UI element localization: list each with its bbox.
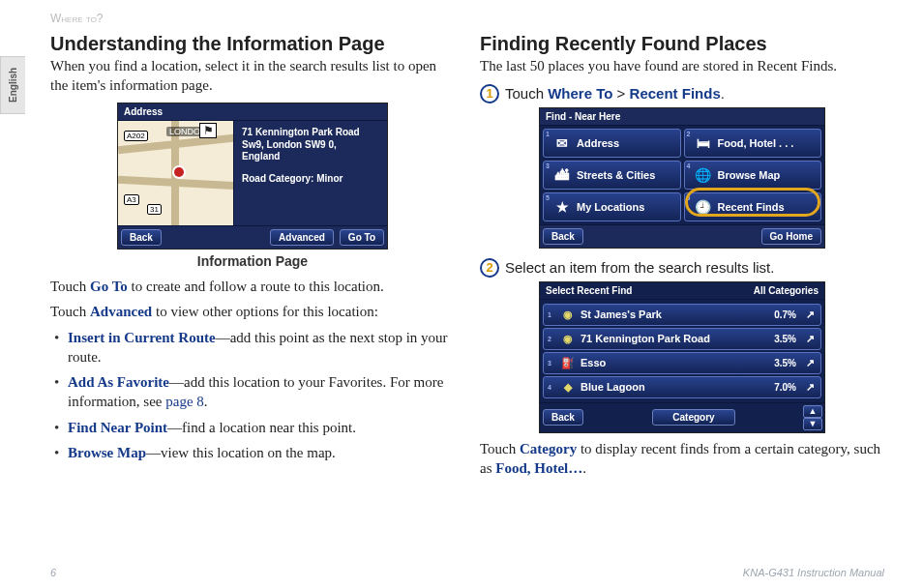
bed-icon: 🛏 — [695, 134, 712, 152]
advanced-paragraph: Touch Advanced to view other options for… — [50, 302, 455, 321]
direction-icon: ↗ — [806, 357, 815, 369]
result-row[interactable]: 1◉St James's Park0.7%↗ — [543, 304, 821, 326]
goto-link: Go To — [90, 279, 128, 294]
options-list: Insert in Current Route—add this point a… — [50, 328, 455, 463]
tile-streets[interactable]: 3🏙Streets & Cities — [543, 161, 681, 190]
step-2: 2 Select an item from the search results… — [480, 258, 884, 278]
clock-icon: 🕘 — [695, 198, 712, 216]
left-column: Understanding the Information Page When … — [50, 33, 455, 484]
tile-my-locations[interactable]: 5★My Locations — [543, 192, 681, 221]
back-button[interactable]: Back — [543, 228, 583, 245]
poi-icon: ⛽ — [561, 357, 575, 369]
page-footer: 6 KNA-G431 Instruction Manual — [50, 567, 884, 578]
recent-list-screenshot: Select Recent Find All Categories 1◉St J… — [539, 281, 825, 433]
find-grid: 1✉Address 2🛏Food, Hotel . . . 3🏙Streets … — [540, 126, 824, 224]
advanced-button[interactable]: Advanced — [270, 229, 334, 246]
result-row[interactable]: 2◉71 Kennington Park Road3.5%↗ — [543, 328, 821, 350]
category-paragraph: Touch Category to display recent finds f… — [480, 439, 884, 479]
option-item: Browse Map—view this location on the map… — [68, 443, 455, 462]
category-link: Category — [520, 441, 577, 456]
direction-icon: ↗ — [806, 381, 815, 394]
shot1-caption: Information Page — [50, 253, 455, 269]
tile-food-hotel[interactable]: 2🛏Food, Hotel . . . — [684, 129, 822, 158]
addr-line: England — [242, 151, 379, 163]
page-ref-link[interactable]: page 8 — [165, 394, 204, 409]
shot3-subtitle: All Categories — [754, 285, 819, 296]
result-row[interactable]: 3⛽Esso3.5%↗ — [543, 352, 821, 374]
star-icon: ★ — [553, 198, 571, 216]
addr-line: Sw9, London SW9 0, — [242, 139, 379, 152]
section-header: Where to? — [50, 12, 923, 25]
tile-browse-map[interactable]: 4🌐Browse Map — [684, 161, 822, 190]
right-column: Finding Recently Found Places The last 5… — [480, 33, 884, 484]
road-shield: A202 — [124, 131, 148, 141]
addr-line: 71 Kennington Park Road — [242, 127, 379, 139]
step-badge: 2 — [480, 258, 499, 278]
road-category: Road Category: Minor — [242, 173, 379, 186]
recent-finds-link: Recent Finds — [630, 85, 721, 102]
tile-recent-finds[interactable]: 6🕘Recent Finds — [684, 192, 822, 221]
find-grid-screenshot: Find - Near Here 1✉Address 2🛏Food, Hotel… — [539, 107, 825, 249]
shot2-title: Find - Near Here — [540, 108, 824, 126]
advanced-link: Advanced — [90, 304, 152, 319]
where-to-link: Where To — [548, 85, 612, 102]
map-pin-icon — [174, 167, 184, 177]
direction-icon: ↗ — [806, 333, 815, 345]
result-row[interactable]: 4◆Blue Lagoon7.0%↗ — [543, 376, 821, 398]
info-page-screenshot: Address A202 A3 31 LONDON ⚑ 71 Kenningto… — [117, 103, 388, 250]
scroll-down-button[interactable]: ▼ — [803, 418, 822, 430]
category-button[interactable]: Category — [652, 409, 734, 426]
map-pane: A202 A3 31 LONDON ⚑ — [118, 121, 234, 225]
go-home-button[interactable]: Go Home — [761, 228, 821, 245]
goto-paragraph: Touch Go To to create and follow a route… — [50, 277, 455, 296]
back-button[interactable]: Back — [121, 229, 162, 246]
address-pane: 71 Kennington Park Road Sw9, London SW9 … — [234, 121, 387, 225]
poi-icon: ◉ — [561, 333, 575, 345]
envelope-icon: ✉ — [553, 134, 571, 152]
back-button[interactable]: Back — [543, 409, 583, 426]
food-hotel-link: Food, Hotel… — [495, 460, 582, 476]
language-tab: English — [0, 56, 25, 114]
manual-name: KNA-G431 Instruction Manual — [743, 567, 884, 578]
goto-button[interactable]: Go To — [340, 229, 384, 246]
scroll-up-button[interactable]: ▲ — [803, 405, 822, 418]
step-badge: 1 — [480, 84, 499, 103]
road-shield: 31 — [147, 204, 162, 215]
option-item: Find Near Point—find a location near thi… — [68, 418, 455, 437]
shot3-title: Select Recent Find — [546, 285, 632, 296]
poi-icon: ◉ — [561, 309, 575, 321]
right-heading: Finding Recently Found Places — [480, 33, 884, 55]
direction-icon: ↗ — [806, 309, 815, 321]
left-intro: When you find a location, select it in t… — [50, 57, 455, 95]
flag-icon: ⚑ — [199, 123, 217, 138]
city-icon: 🏙 — [553, 166, 571, 184]
globe-icon: 🌐 — [695, 166, 712, 184]
left-heading: Understanding the Information Page — [50, 33, 455, 55]
road-shield: A3 — [124, 194, 139, 205]
step-1: 1 Touch Where To > Recent Finds. — [480, 84, 884, 103]
right-intro: The last 50 places you have found are st… — [480, 57, 884, 76]
poi-icon: ◆ — [561, 381, 575, 394]
page-number: 6 — [50, 567, 56, 578]
option-item: Insert in Current Route—add this point a… — [68, 328, 455, 368]
tile-address[interactable]: 1✉Address — [543, 129, 681, 158]
shot1-title: Address — [118, 103, 387, 121]
option-item: Add As Favorite—add this location to you… — [68, 372, 455, 412]
